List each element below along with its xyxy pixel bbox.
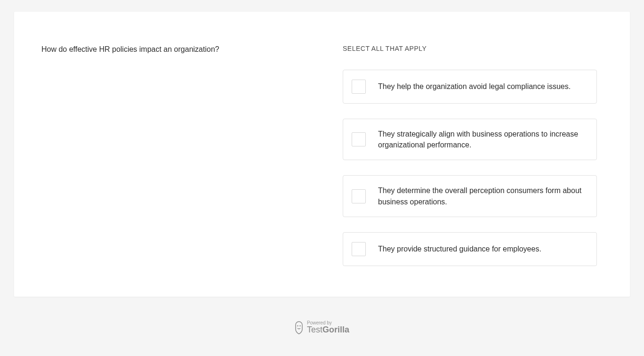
svg-point-1: [299, 325, 300, 326]
answer-column: SELECT ALL THAT APPLY They help the orga…: [343, 44, 597, 278]
footer-text: Powered by TestGorilla: [307, 320, 349, 335]
svg-point-0: [297, 325, 298, 326]
footer: Powered by TestGorilla: [14, 297, 630, 344]
brand-name: TestGorilla: [307, 325, 349, 335]
question-card: How do effective HR policies impact an o…: [14, 12, 630, 297]
instruction-text: SELECT ALL THAT APPLY: [343, 44, 597, 54]
footer-branding: Powered by TestGorilla: [295, 320, 349, 335]
checkbox-2[interactable]: [352, 189, 366, 203]
checkbox-3[interactable]: [352, 242, 366, 256]
option-text-1: They strategically align with business o…: [378, 129, 588, 150]
question-column: How do effective HR policies impact an o…: [41, 44, 314, 278]
option-3[interactable]: They provide structured guidance for emp…: [343, 232, 597, 266]
checkbox-0[interactable]: [352, 80, 366, 94]
testgorilla-icon: [295, 321, 303, 335]
option-text-3: They provide structured guidance for emp…: [378, 243, 541, 254]
option-1[interactable]: They strategically align with business o…: [343, 119, 597, 160]
option-text-2: They determine the overall perception co…: [378, 185, 588, 207]
checkbox-1[interactable]: [352, 132, 366, 146]
option-text-0: They help the organization avoid legal c…: [378, 81, 571, 92]
question-text: How do effective HR policies impact an o…: [41, 44, 314, 55]
options-list: They help the organization avoid legal c…: [343, 70, 597, 266]
option-2[interactable]: They determine the overall perception co…: [343, 175, 597, 217]
option-0[interactable]: They help the organization avoid legal c…: [343, 70, 597, 104]
